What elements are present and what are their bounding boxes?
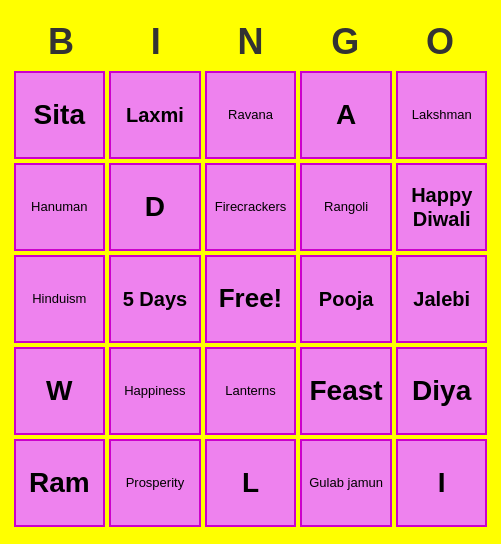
cell-0-0[interactable]: Sita: [14, 71, 106, 159]
cell-1-2[interactable]: Firecrackers: [205, 163, 297, 251]
cell-2-3[interactable]: Pooja: [300, 255, 392, 343]
header-letter: B: [14, 17, 109, 67]
cell-1-4[interactable]: Happy Diwali: [396, 163, 488, 251]
cell-1-1[interactable]: D: [109, 163, 201, 251]
cell-4-3[interactable]: Gulab jamun: [300, 439, 392, 527]
cell-3-4[interactable]: Diya: [396, 347, 488, 435]
cell-2-1[interactable]: 5 Days: [109, 255, 201, 343]
header-letter: O: [393, 17, 488, 67]
cell-2-2[interactable]: Free!: [205, 255, 297, 343]
cell-4-4[interactable]: I: [396, 439, 488, 527]
cell-3-0[interactable]: W: [14, 347, 106, 435]
cell-4-1[interactable]: Prosperity: [109, 439, 201, 527]
cell-3-3[interactable]: Feast: [300, 347, 392, 435]
cell-4-0[interactable]: Ram: [14, 439, 106, 527]
cell-0-3[interactable]: A: [300, 71, 392, 159]
header-letter: G: [298, 17, 393, 67]
cell-1-3[interactable]: Rangoli: [300, 163, 392, 251]
cell-3-2[interactable]: Lanterns: [205, 347, 297, 435]
cell-0-4[interactable]: Lakshman: [396, 71, 488, 159]
cell-2-0[interactable]: Hinduism: [14, 255, 106, 343]
cell-0-1[interactable]: Laxmi: [109, 71, 201, 159]
bingo-card: BINGO SitaLaxmiRavanaALakshmanHanumanDFi…: [6, 9, 496, 535]
cell-4-2[interactable]: L: [205, 439, 297, 527]
bingo-grid: SitaLaxmiRavanaALakshmanHanumanDFirecrac…: [14, 71, 488, 527]
cell-3-1[interactable]: Happiness: [109, 347, 201, 435]
bingo-header: BINGO: [14, 17, 488, 67]
cell-2-4[interactable]: Jalebi: [396, 255, 488, 343]
header-letter: N: [203, 17, 298, 67]
header-letter: I: [108, 17, 203, 67]
cell-1-0[interactable]: Hanuman: [14, 163, 106, 251]
cell-0-2[interactable]: Ravana: [205, 71, 297, 159]
